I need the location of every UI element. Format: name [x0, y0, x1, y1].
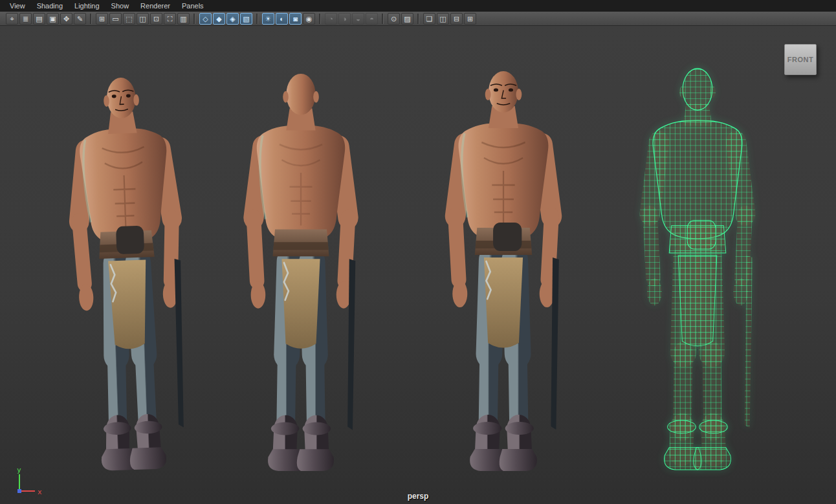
resolution-gate-icon[interactable]: ⬚	[123, 13, 135, 25]
flat-shade-icon[interactable]: ◈	[226, 13, 239, 25]
panel-toolbar: ⌖≣▤▣✥✎⊞▭⬚◫⊡⛶▥◇◆◈▧☀◐◙◉◔◑◒◓⊙▨❏◫⊟⊞	[0, 12, 836, 26]
gamma-icon[interactable]: ◒	[352, 13, 364, 25]
grid-icon[interactable]: ⊞	[96, 13, 108, 25]
camera-name-label: persp	[0, 492, 836, 501]
exposure-icon[interactable]: ◔	[325, 13, 337, 25]
safe-title-icon[interactable]: ▥	[177, 13, 190, 25]
wireframe-shade-icon[interactable]: ◇	[199, 13, 212, 25]
y-axis-label: y	[17, 466, 21, 474]
panel-menu-bar: View Shading Lighting Show Renderer Pane…	[0, 0, 836, 12]
grease-pencil-icon[interactable]: ✎	[74, 13, 86, 25]
color-management-icon[interactable]: ◓	[366, 13, 378, 25]
use-all-lights-icon[interactable]: ☀	[262, 13, 274, 25]
maya-viewport-window: { "menu_bar": { "items": [ {"label": "Vi…	[0, 0, 836, 504]
toolbar-divider	[90, 14, 92, 24]
menu-renderer[interactable]: Renderer	[135, 1, 176, 11]
textured-icon[interactable]: ▧	[240, 13, 252, 25]
contrast-icon[interactable]: ◑	[338, 13, 351, 25]
xray-icon[interactable]: ▨	[401, 13, 413, 25]
isolate-select-icon[interactable]: ⊙	[388, 13, 400, 25]
screen-space-ao-icon[interactable]: ◙	[289, 13, 302, 25]
menu-show[interactable]: Show	[105, 1, 135, 11]
camera-attributes-icon[interactable]: ≣	[19, 13, 32, 25]
menu-lighting[interactable]: Lighting	[69, 1, 105, 11]
image-plane-icon[interactable]: ▣	[47, 13, 59, 25]
smooth-shade-icon[interactable]: ◆	[213, 13, 225, 25]
field-chart-icon[interactable]: ⊡	[150, 13, 162, 25]
menu-view[interactable]: View	[4, 1, 31, 11]
safe-action-icon[interactable]: ⛶	[164, 13, 176, 25]
film-gate-icon[interactable]: ▭	[109, 13, 122, 25]
toolbar-divider	[417, 14, 419, 24]
model-back-view[interactable]	[228, 69, 374, 480]
toolbar-divider	[256, 14, 258, 24]
image-plane-front-label: FRONT	[787, 56, 813, 63]
toolbar-divider	[319, 14, 321, 24]
toolbar-divider	[382, 14, 384, 24]
side-by-side-pane-layout-icon[interactable]: ◫	[437, 13, 449, 25]
model-wireframe-view[interactable]	[624, 63, 771, 479]
select-camera-icon[interactable]: ⌖	[6, 13, 18, 25]
menu-panels[interactable]: Panels	[176, 1, 210, 11]
model-three-quarter-view[interactable]	[49, 70, 206, 481]
image-plane-front-card[interactable]: FRONT	[784, 44, 817, 75]
perspective-viewport[interactable]: FRONT y x persp	[0, 26, 836, 504]
toolbar-divider	[193, 14, 195, 24]
bookmark-view-icon[interactable]: ▤	[33, 13, 45, 25]
gate-mask-icon[interactable]: ◫	[137, 13, 149, 25]
two-d-pan-zoom-icon[interactable]: ✥	[60, 13, 72, 25]
shadows-icon[interactable]: ◐	[276, 13, 288, 25]
menu-shading[interactable]: Shading	[31, 1, 69, 11]
quad-pane-layout-icon[interactable]: ⊞	[464, 13, 476, 25]
model-front-view[interactable]	[429, 66, 578, 480]
motion-blur-icon[interactable]: ◉	[303, 13, 315, 25]
single-pane-layout-icon[interactable]: ❏	[423, 13, 435, 25]
stacked-pane-layout-icon[interactable]: ⊟	[450, 13, 463, 25]
